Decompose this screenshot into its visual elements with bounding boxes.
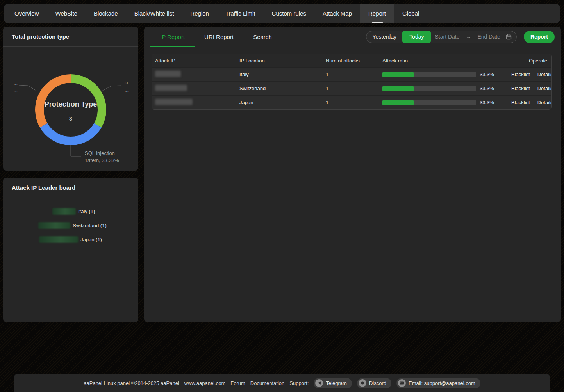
ratio-progress-track [382, 100, 476, 105]
num-attacks-cell: 1 [326, 100, 382, 105]
attack-ratio-cell: 33.3% [382, 100, 511, 105]
top-navigation: Overview WebSite Blockade Black/White li… [4, 4, 560, 23]
date-range-arrow-icon: → [464, 34, 474, 40]
leaderboard-country: Japan [80, 237, 94, 242]
donut-center-title: Protection Type [45, 100, 97, 108]
nav-tab-overview[interactable]: Overview [6, 4, 47, 23]
discord-icon [359, 379, 366, 387]
total-protection-type-card: Total protection type ... ... cc ... SQL… [3, 27, 138, 171]
email-icon [398, 379, 406, 387]
col-header-attack-ip: Attack IP [155, 58, 239, 64]
operate-cell: Blacklist Details [511, 86, 552, 91]
footer-support-label: Support: [289, 380, 309, 386]
email-button[interactable]: Email: support@aapanel.com [396, 378, 480, 388]
donut-label-left-line1: ... [14, 80, 18, 86]
nav-tab-region[interactable]: Region [182, 4, 217, 23]
col-header-attack-ratio: Attack ratio [382, 58, 511, 64]
discord-button[interactable]: Discord [357, 378, 391, 388]
operate-divider [534, 86, 534, 91]
callout-line-bottom [71, 145, 81, 156]
telegram-button[interactable]: Telegram [314, 378, 352, 388]
leaderboard-country: Switzerland [73, 223, 99, 228]
footer-link-forum[interactable]: Forum [230, 380, 245, 386]
report-panel-header: IP Report URI Report Search Yesterday To… [144, 27, 561, 47]
blacklist-link[interactable]: Blacklist [511, 71, 530, 77]
ip-location-cell: Switzerland [239, 86, 326, 91]
leaderboard-count: (1) [96, 237, 102, 242]
callout-line-right [101, 86, 121, 91]
details-link[interactable]: Details [537, 71, 552, 77]
num-attacks-cell: 1 [326, 71, 382, 77]
start-date-input[interactable]: Start Date [431, 34, 463, 40]
ratio-progress-fill [382, 86, 414, 91]
nav-tab-black-white-list[interactable]: Black/White list [126, 4, 182, 23]
blacklist-link[interactable]: Blacklist [511, 100, 530, 105]
redacted-ip-bar [39, 236, 78, 243]
table-row: Italy 1 33.3% Blacklist Details [152, 67, 551, 81]
nav-tab-blockade[interactable]: Blockade [86, 4, 126, 23]
ratio-percent-label: 33.3% [480, 86, 494, 91]
leaderboard-row: Switzerland (1) [38, 222, 138, 229]
operate-divider [534, 72, 534, 77]
operate-cell: Blacklist Details [511, 100, 552, 105]
details-link[interactable]: Details [537, 86, 552, 91]
telegram-icon [315, 379, 323, 387]
col-header-ip-location: IP Location [239, 58, 326, 64]
footer-copyright: aaPanel Linux panel ©2014-2025 aaPanel [84, 380, 179, 386]
redacted-attack-ip [155, 71, 181, 77]
redacted-ip-bar [52, 208, 76, 215]
nav-tab-website[interactable]: WebSite [47, 4, 86, 23]
leaderboard-rows: Italy (1) Switzerland (1) Japan (1) [3, 198, 138, 243]
attack-ip-leaderboard-card: Attack IP Leader board Italy (1) Switzer… [3, 178, 138, 322]
nav-tab-custom-rules[interactable]: Custom rules [264, 4, 314, 23]
ratio-progress-track [382, 72, 476, 77]
tab-uri-report[interactable]: URI Report [195, 27, 243, 47]
date-range-control: Yesterday Today Start Date → End Date [366, 31, 517, 43]
operate-divider [534, 100, 534, 105]
yesterday-button[interactable]: Yesterday [366, 31, 402, 43]
ip-location-cell: Italy [239, 71, 326, 77]
operate-cell: Blacklist Details [511, 71, 552, 77]
end-date-input[interactable]: End Date [474, 34, 504, 40]
generate-report-button[interactable]: Report [524, 31, 555, 43]
num-attacks-cell: 1 [326, 86, 382, 91]
nav-tab-attack-map[interactable]: Attack Map [314, 4, 360, 23]
leaderboard-row: Japan (1) [39, 236, 138, 243]
tab-ip-report[interactable]: IP Report [150, 27, 195, 47]
protection-card-title: Total protection type [3, 27, 138, 47]
donut-segment-blue [44, 125, 98, 141]
donut-label-left-line2: ... [14, 88, 18, 93]
attack-ratio-cell: 33.3% [382, 71, 511, 77]
col-header-operate: Operate [511, 58, 548, 64]
footer-link-documentation[interactable]: Documentation [250, 380, 284, 386]
redacted-attack-ip [155, 99, 193, 105]
report-panel: IP Report URI Report Search Yesterday To… [144, 27, 561, 322]
donut-label-right-line1: cc [125, 80, 129, 86]
table-row: Japan 1 33.3% Blacklist Details [152, 95, 551, 109]
calendar-icon[interactable] [506, 34, 512, 40]
report-controls: Yesterday Today Start Date → End Date Re… [366, 31, 555, 43]
donut-label-bottom-line1: SQL injection [85, 150, 115, 156]
blacklist-link[interactable]: Blacklist [511, 86, 530, 91]
leaderboard-count: (1) [89, 208, 95, 214]
details-link[interactable]: Details [537, 100, 552, 105]
leaderboard-title: Attack IP Leader board [3, 178, 138, 198]
leaderboard-count: (1) [100, 223, 107, 228]
ratio-progress-fill [382, 72, 414, 77]
nav-tab-global[interactable]: Global [394, 4, 427, 23]
attack-ip-table: Attack IP IP Location Num of attacks Att… [152, 54, 552, 110]
protection-type-donut-chart: ... ... cc ... SQL injection 1/Item, 33.… [3, 47, 138, 171]
ip-location-cell: Japan [239, 100, 326, 105]
redacted-attack-ip [155, 85, 187, 91]
callout-line-left [19, 85, 37, 91]
col-header-num-attacks: Num of attacks [326, 58, 382, 64]
footer-link-website[interactable]: www.aapanel.com [184, 380, 226, 386]
ratio-progress-fill [382, 100, 414, 105]
tab-search[interactable]: Search [243, 27, 282, 47]
nav-tab-report[interactable]: Report [360, 4, 394, 23]
table-row: Switzerland 1 33.3% Blacklist Details [152, 81, 551, 95]
nav-tab-traffic-limit[interactable]: Traffic Limit [217, 4, 264, 23]
today-button[interactable]: Today [402, 31, 431, 43]
leaderboard-row: Italy (1) [52, 208, 138, 215]
donut-label-right-line2: ... [125, 87, 129, 93]
